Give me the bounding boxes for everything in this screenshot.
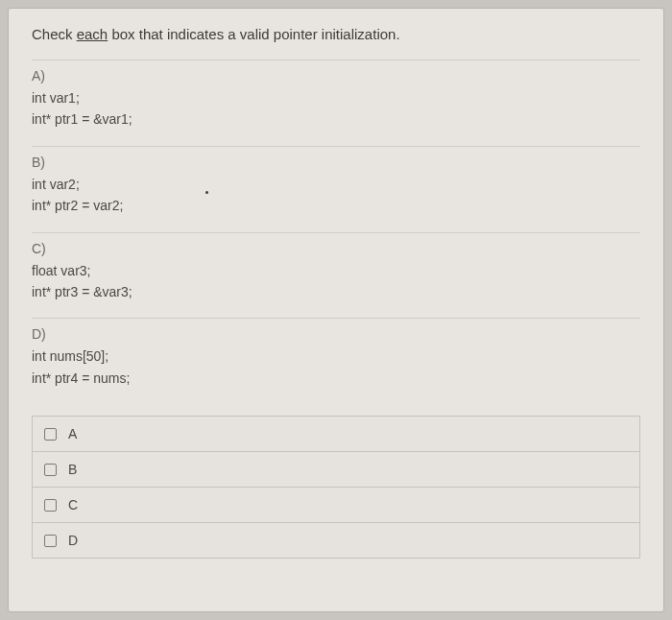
code-line: int var2; — [32, 174, 640, 195]
question-underlined: each — [77, 26, 108, 42]
artifact-dot — [205, 191, 208, 194]
answer-label: A — [68, 426, 77, 441]
checkbox-d[interactable] — [44, 535, 57, 547]
code-line: int* ptr1 = &var1; — [32, 108, 640, 130]
answer-list: A B C D — [32, 416, 640, 559]
option-b: B) int var2; int* ptr2 = var2; — [32, 146, 640, 217]
checkbox-c[interactable] — [44, 499, 57, 512]
option-d: D) int nums[50]; int* ptr4 = nums; — [32, 318, 640, 389]
code-line: int* ptr2 = var2; — [32, 195, 640, 216]
code-line: int var1; — [32, 87, 640, 108]
answer-row-c[interactable]: C — [32, 487, 640, 522]
code-line: int* ptr3 = &var3; — [32, 281, 640, 302]
question-card: Check each box that indicates a valid po… — [8, 8, 664, 612]
question-suffix: box that indicates a valid pointer initi… — [108, 26, 399, 42]
question-prompt: Check each box that indicates a valid po… — [32, 26, 640, 42]
answer-label: B — [68, 462, 77, 477]
option-label: A) — [32, 68, 640, 83]
answer-row-a[interactable]: A — [32, 416, 640, 451]
question-prefix: Check — [32, 26, 77, 42]
checkbox-a[interactable] — [44, 428, 57, 441]
code-line: int nums[50]; — [32, 346, 640, 367]
answer-label: D — [68, 533, 78, 548]
answer-label: C — [68, 497, 78, 513]
answer-row-d[interactable]: D — [32, 522, 640, 559]
option-c: C) float var3; int* ptr3 = &var3; — [32, 232, 640, 303]
code-line: float var3; — [32, 260, 640, 281]
code-line: int* ptr4 = nums; — [32, 368, 640, 389]
option-a: A) int var1; int* ptr1 = &var1; — [32, 60, 640, 131]
option-label: C) — [32, 241, 640, 256]
answer-row-b[interactable]: B — [32, 451, 640, 487]
option-label: D) — [32, 326, 640, 342]
option-label: B) — [32, 155, 640, 170]
checkbox-b[interactable] — [44, 464, 57, 476]
